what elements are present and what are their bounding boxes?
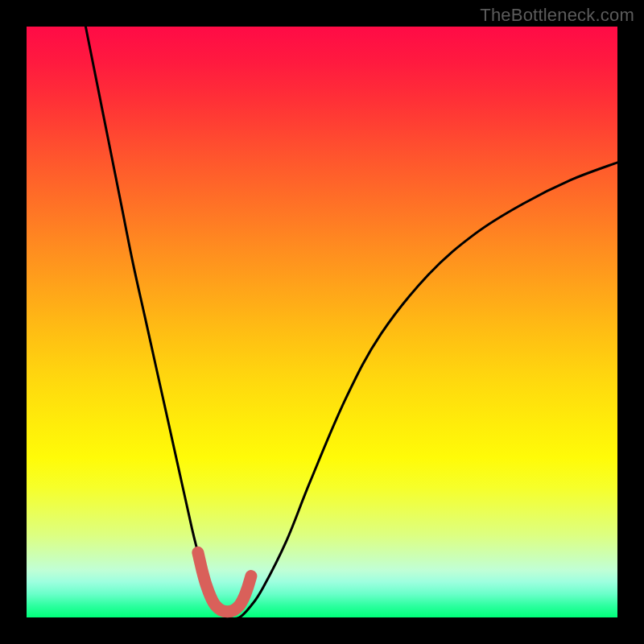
gradient-plot-area bbox=[27, 27, 617, 617]
curve-layer bbox=[27, 27, 617, 617]
watermark-text: TheBottleneck.com bbox=[480, 5, 634, 26]
bottleneck-curve bbox=[85, 27, 617, 619]
outer-frame: TheBottleneck.com bbox=[0, 0, 644, 644]
min-region-marker bbox=[198, 552, 251, 611]
